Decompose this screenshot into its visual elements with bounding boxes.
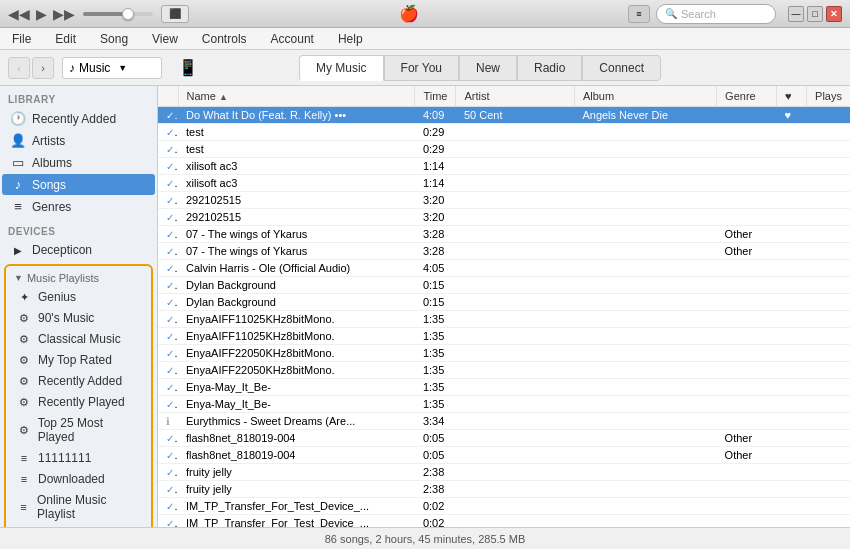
minimize-button[interactable]: — — [788, 6, 804, 22]
row-time: 0:15 — [415, 277, 456, 294]
next-button[interactable]: ▶▶ — [53, 6, 75, 22]
table-row[interactable]: ✓ IM_TP_Transfer_For_Test_Device_... 0:0… — [158, 498, 850, 515]
location-selector[interactable]: ♪ Music ▼ — [62, 57, 162, 79]
table-row[interactable]: ✓ 07 - The wings of Ykarus 3:28 Other — [158, 243, 850, 260]
sidebar-item-90s-music[interactable]: ⚙ 90's Music — [8, 308, 149, 328]
play-button[interactable]: ▶ — [36, 6, 47, 22]
row-time: 2:38 — [415, 464, 456, 481]
sidebar-item-genres-label: Genres — [32, 200, 71, 214]
row-genre — [717, 311, 777, 328]
search-box[interactable]: 🔍 Search — [656, 4, 776, 24]
table-row[interactable]: ✓ test 0:29 — [158, 141, 850, 158]
sidebar-item-recorded[interactable]: ≡ Recorded — [8, 525, 149, 527]
row-artist — [456, 141, 574, 158]
table-row[interactable]: ✓ Calvin Harris - Ole (Official Audio) 4… — [158, 260, 850, 277]
menu-controls[interactable]: Controls — [198, 30, 251, 48]
display-button[interactable]: ⬛ — [161, 5, 189, 23]
table-row[interactable]: ✓ EnyaAIFF11025KHz8bitMono. 1:35 — [158, 328, 850, 345]
genres-icon: ≡ — [10, 199, 26, 214]
table-row[interactable]: ✓ Enya-May_It_Be- 1:35 — [158, 379, 850, 396]
row-album — [574, 481, 716, 498]
table-row[interactable]: ✓ Dylan Background 0:15 — [158, 294, 850, 311]
song-list-wrapper[interactable]: Name ▲ Time Artist Album Genre ♥ Plays ✓… — [158, 86, 850, 527]
sidebar-item-online-music[interactable]: ≡ Online Music Playlist — [8, 490, 149, 524]
tab-for-you[interactable]: For You — [384, 55, 459, 81]
library-header: Library — [0, 86, 157, 107]
maximize-button[interactable]: □ — [807, 6, 823, 22]
table-row[interactable]: ✓ flash8net_818019-004 0:05 Other — [158, 430, 850, 447]
sidebar-item-artists-label: Artists — [32, 134, 65, 148]
table-row[interactable]: ✓ IM_TP_Transfer_For_Test_Device_... 0:0… — [158, 515, 850, 528]
table-row[interactable]: ✓ xilisoft ac3 1:14 — [158, 175, 850, 192]
tab-radio[interactable]: Radio — [517, 55, 582, 81]
row-plays — [807, 396, 850, 413]
col-header-artist[interactable]: Artist — [456, 86, 574, 107]
col-header-album[interactable]: Album — [574, 86, 716, 107]
table-row[interactable]: ✓ 292102515 3:20 — [158, 192, 850, 209]
sidebar-item-artists[interactable]: 👤 Artists — [2, 130, 155, 151]
volume-fill — [83, 12, 125, 16]
sidebar-item-songs[interactable]: ♪ Songs — [2, 174, 155, 195]
menu-file[interactable]: File — [8, 30, 35, 48]
menu-edit[interactable]: Edit — [51, 30, 80, 48]
row-artist — [456, 260, 574, 277]
table-row[interactable]: ℹ Eurythmics - Sweet Dreams (Are... 3:34 — [158, 413, 850, 430]
row-love — [777, 328, 807, 345]
table-row[interactable]: ✓ flash8net_818019-004 0:05 Other — [158, 447, 850, 464]
table-row[interactable]: ✓ 292102515 3:20 — [158, 209, 850, 226]
table-row[interactable]: ✓ Do What It Do (Feat. R. Kelly) ••• 4:0… — [158, 107, 850, 124]
tab-connect[interactable]: Connect — [582, 55, 661, 81]
table-row[interactable]: ✓ xilisoft ac3 1:14 — [158, 158, 850, 175]
table-row[interactable]: ✓ EnyaAIFF22050KHz8bitMono. 1:35 — [158, 345, 850, 362]
row-album — [574, 175, 716, 192]
menu-account[interactable]: Account — [267, 30, 318, 48]
table-row[interactable]: ✓ Dylan Background 0:15 — [158, 277, 850, 294]
table-row[interactable]: ✓ EnyaAIFF22050KHz8bitMono. 1:35 — [158, 362, 850, 379]
row-name: fruity jelly — [178, 481, 415, 498]
row-time: 0:29 — [415, 124, 456, 141]
tab-my-music[interactable]: My Music — [299, 55, 384, 81]
col-header-time[interactable]: Time — [415, 86, 456, 107]
sidebar-item-genius[interactable]: ✦ Genius — [8, 287, 149, 307]
nav-forward-button[interactable]: › — [32, 57, 54, 79]
row-check: ✓ — [158, 124, 178, 141]
table-row[interactable]: ✓ fruity jelly 2:38 — [158, 464, 850, 481]
sidebar-item-classical-music[interactable]: ⚙ Classical Music — [8, 329, 149, 349]
close-button[interactable]: ✕ — [826, 6, 842, 22]
volume-thumb[interactable] — [122, 8, 134, 20]
table-row[interactable]: ✓ 07 - The wings of Ykarus 3:28 Other — [158, 226, 850, 243]
row-time: 0:05 — [415, 447, 456, 464]
volume-slider[interactable] — [83, 12, 153, 16]
col-header-genre[interactable]: Genre — [717, 86, 777, 107]
sidebar-item-genres[interactable]: ≡ Genres — [2, 196, 155, 217]
sidebar-item-recently-played[interactable]: ⚙ Recently Played — [8, 392, 149, 412]
table-row[interactable]: ✓ Enya-May_It_Be- 1:35 — [158, 396, 850, 413]
nav-back-button[interactable]: ‹ — [8, 57, 30, 79]
row-genre: Other — [717, 430, 777, 447]
table-row[interactable]: ✓ EnyaAIFF11025KHz8bitMono. 1:35 — [158, 311, 850, 328]
sidebar-item-decepticon[interactable]: ▶ Decepticon — [2, 240, 155, 260]
col-header-plays[interactable]: Plays — [807, 86, 850, 107]
menu-help[interactable]: Help — [334, 30, 367, 48]
sidebar-item-downloaded[interactable]: ≡ Downloaded — [8, 469, 149, 489]
tab-new[interactable]: New — [459, 55, 517, 81]
menu-song[interactable]: Song — [96, 30, 132, 48]
sidebar-item-top-25[interactable]: ⚙ Top 25 Most Played — [8, 413, 149, 447]
table-row[interactable]: ✓ test 0:29 — [158, 124, 850, 141]
row-time: 0:02 — [415, 498, 456, 515]
table-row[interactable]: ✓ fruity jelly 2:38 — [158, 481, 850, 498]
sidebar-item-recently-added-pl[interactable]: ⚙ Recently Added — [8, 371, 149, 391]
grid-view-button[interactable]: ≡ — [628, 5, 650, 23]
sidebar-item-recently-added[interactable]: 🕐 Recently Added — [2, 108, 155, 129]
music-playlists-header[interactable]: ▼ Music Playlists — [6, 268, 151, 286]
col-header-love[interactable]: ♥ — [777, 86, 807, 107]
sidebar-item-my-top-rated[interactable]: ⚙ My Top Rated — [8, 350, 149, 370]
sidebar-item-albums[interactable]: ▭ Albums — [2, 152, 155, 173]
row-love — [777, 396, 807, 413]
sidebar-item-11111111[interactable]: ≡ 11111111 — [8, 448, 149, 468]
col-header-name[interactable]: Name ▲ — [178, 86, 415, 107]
col-header-check[interactable] — [158, 86, 178, 107]
prev-button[interactable]: ◀◀ — [8, 6, 30, 22]
menu-view[interactable]: View — [148, 30, 182, 48]
row-check: ✓ — [158, 192, 178, 209]
